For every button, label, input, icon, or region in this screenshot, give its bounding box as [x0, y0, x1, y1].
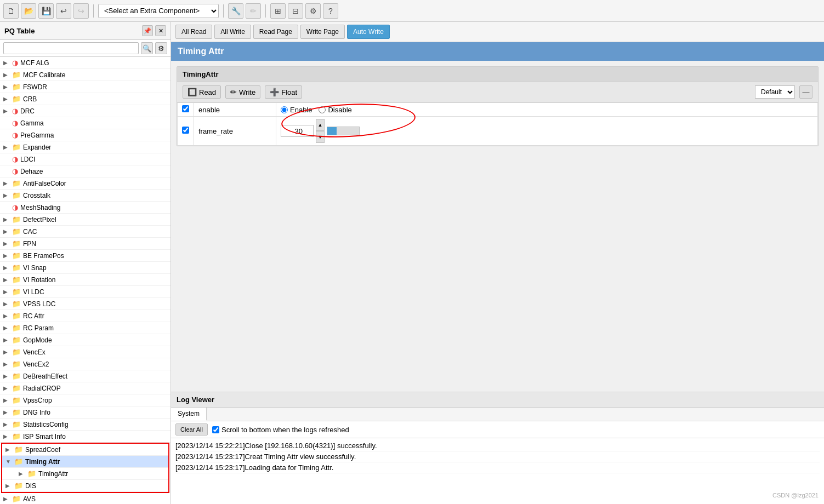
frame-rate-checkbox[interactable]: [182, 127, 189, 134]
auto-write-button[interactable]: Auto Write: [347, 25, 390, 39]
sidebar-item-ldci[interactable]: ◑ LDCI: [0, 153, 171, 165]
undo-button[interactable]: ↩: [56, 3, 71, 19]
sidebar-item-label: VI LDC: [23, 288, 44, 296]
extra-component-select[interactable]: <Select an Extra Component>: [98, 4, 219, 18]
frame-rate-input[interactable]: [281, 125, 314, 137]
enable-radio-enable[interactable]: Enable: [281, 106, 312, 114]
search-button[interactable]: 🔍: [141, 42, 153, 54]
sidebar-item-label: RadialCROP: [23, 385, 61, 392]
tree-arrow: ▶: [3, 72, 11, 78]
float-button[interactable]: ➕ Float: [265, 85, 302, 99]
tree-arrow: ▶: [3, 301, 11, 307]
value-bar-fill: [327, 127, 337, 135]
sidebar-item-debreatheffect[interactable]: ▶ 📁 DeBreathEffect: [0, 370, 171, 382]
sidebar-item-crosstalk[interactable]: ▶ 📁 Crosstalk: [0, 190, 171, 202]
log-clear-button[interactable]: Clear All: [175, 423, 208, 436]
write-page-button[interactable]: Write Page: [300, 25, 345, 39]
grid-button[interactable]: ⊟: [288, 3, 303, 19]
sidebar-item-gamma[interactable]: ◑ Gamma: [0, 117, 171, 129]
log-tab-system[interactable]: System: [171, 408, 207, 421]
sidebar-item-mcf-alg[interactable]: ▶ ◑ MCF ALG: [0, 57, 171, 69]
sidebar-item-dng-info[interactable]: ▶ 📁 DNG Info: [0, 406, 171, 419]
sidebar-item-spreadcoef[interactable]: ▶ 📁 SpreadCoef: [2, 444, 168, 456]
sidebar-item-statisticsconfig[interactable]: ▶ 📁 StatisticsConfig: [0, 419, 171, 431]
filter-settings-button[interactable]: ⚙: [155, 42, 167, 54]
sidebar-item-vpss-ldc[interactable]: ▶ 📁 VPSS LDC: [0, 298, 171, 310]
help-button[interactable]: ?: [323, 3, 338, 19]
sidebar-item-cac[interactable]: ▶ 📁 CAC: [0, 226, 171, 238]
all-write-button[interactable]: All Write: [214, 25, 251, 39]
sidebar-item-timing-attr[interactable]: ▼ 📁 Timing Attr: [2, 456, 168, 468]
sidebar-item-gopmode[interactable]: ▶ 📁 GopMode: [0, 334, 171, 346]
read-button[interactable]: 🔲 Read: [183, 85, 221, 99]
enable-radio-input[interactable]: [281, 106, 288, 113]
log-line: [2023/12/14 15:23:17]Loading data for Ti…: [175, 462, 820, 473]
sidebar-item-crb[interactable]: ▶ 📁 CRB: [0, 93, 171, 105]
folder-icon: 📁: [12, 191, 21, 199]
sidebar-item-fpn[interactable]: ▶ 📁 FPN: [0, 238, 171, 250]
settings-button[interactable]: ⚙: [305, 3, 321, 19]
right-panel: All Read All Write Read Page Write Page …: [171, 22, 824, 504]
sidebar-item-fswdr[interactable]: ▶ 📁 FSWDR: [0, 81, 171, 93]
disable-radio-input[interactable]: [319, 106, 326, 113]
write-button[interactable]: ✏ Write: [225, 85, 260, 99]
sidebar-item-rc-attr[interactable]: ▶ 📁 RC Attr: [0, 310, 171, 322]
enable-checkbox[interactable]: [182, 105, 189, 112]
pie-icon: ◑: [12, 119, 18, 127]
open-button[interactable]: 📂: [21, 3, 36, 19]
redo-button[interactable]: ↪: [73, 3, 89, 19]
disable-radio-label: Disable: [328, 106, 351, 114]
folder-icon: 📁: [12, 348, 21, 356]
sidebar-item-vpsscrop[interactable]: ▶ 📁 VpssCrop: [0, 394, 171, 406]
scroll-checkbox-label[interactable]: Scroll to bottom when the logs refreshed: [212, 426, 349, 434]
sidebar-item-vi-snap[interactable]: ▶ 📁 VI Snap: [0, 262, 171, 274]
save-button[interactable]: 💾: [38, 3, 54, 19]
spinner-down-button[interactable]: ▼: [316, 131, 325, 143]
sidebar-item-pregamma[interactable]: ◑ PreGamma: [0, 129, 171, 141]
sidebar-item-avs[interactable]: ▶ 📁 AVS: [0, 493, 171, 504]
sidebar-item-antifalsecolor[interactable]: ▶ 📁 AntiFalseColor: [0, 177, 171, 190]
sidebar-item-radialcrop[interactable]: ▶ 📁 RadialCROP: [0, 382, 171, 394]
tree-arrow: ▶: [3, 216, 11, 222]
new-button[interactable]: 🗋: [3, 3, 19, 19]
default-select[interactable]: Default: [755, 85, 795, 99]
scroll-checkbox[interactable]: [212, 426, 219, 433]
sidebar-item-label: PreGamma: [20, 131, 54, 139]
all-read-button[interactable]: All Read: [175, 25, 212, 39]
sidebar-item-defectpixel[interactable]: ▶ 📁 DefectPixel: [0, 214, 171, 226]
sidebar-item-rc-param[interactable]: ▶ 📁 RC Param: [0, 322, 171, 334]
enable-radio-disable[interactable]: Disable: [319, 106, 351, 114]
sidebar-item-vencex2[interactable]: ▶ 📁 VencEx2: [0, 358, 171, 370]
search-input[interactable]: [3, 42, 139, 54]
sep1: [93, 4, 94, 18]
sidebar-item-label: FPN: [23, 240, 36, 248]
minus-button[interactable]: —: [799, 85, 812, 99]
read-page-button[interactable]: Read Page: [253, 25, 298, 39]
sidebar-item-meshshading[interactable]: ◑ MeshShading: [0, 202, 171, 214]
sidebar-item-timing-attr-sub[interactable]: ▶ 📁 TimingAttr: [2, 468, 168, 480]
sidebar-item-mcf-calibrate[interactable]: ▶ 📁 MCF Calibrate: [0, 69, 171, 81]
sidebar-item-dehaze[interactable]: ◑ Dehaze: [0, 165, 171, 177]
sidebar-item-expander[interactable]: ▶ 📁 Expander: [0, 141, 171, 153]
sidebar-item-label: MeshShading: [20, 204, 60, 211]
sidebar-item-vencex[interactable]: ▶ 📁 VencEx: [0, 346, 171, 358]
sidebar-item-drc[interactable]: ▶ ◑ DRC: [0, 105, 171, 117]
wrench-button[interactable]: 🔧: [228, 3, 243, 19]
enable-value-cell: Enable Disable: [276, 103, 818, 117]
sidebar-item-label: VencEx2: [23, 360, 49, 368]
sidebar-item-isp-smart-info[interactable]: ▶ 📁 ISP Smart Info: [0, 431, 171, 443]
tree-arrow: ▶: [3, 325, 11, 331]
folder-icon: 📁: [12, 215, 21, 224]
folder-icon: 📁: [12, 312, 21, 320]
spinner-up-button[interactable]: ▲: [316, 119, 325, 131]
edit-button[interactable]: ✏: [246, 3, 261, 19]
sidebar-item-be-framepos[interactable]: ▶ 📁 BE FramePos: [0, 250, 171, 262]
sidebar-item-vi-ldc[interactable]: ▶ 📁 VI LDC: [0, 286, 171, 298]
sidebar-close-button[interactable]: ✕: [155, 25, 166, 36]
frame-rate-checkbox-cell: [178, 117, 194, 146]
table-button[interactable]: ⊞: [270, 3, 286, 19]
sidebar-item-vi-rotation[interactable]: ▶ 📁 VI Rotation: [0, 274, 171, 286]
sidebar-pin-button[interactable]: 📌: [142, 25, 153, 36]
sidebar-item-dis[interactable]: ▶ 📁 DIS: [2, 480, 168, 492]
pie-icon: ◑: [12, 167, 18, 175]
